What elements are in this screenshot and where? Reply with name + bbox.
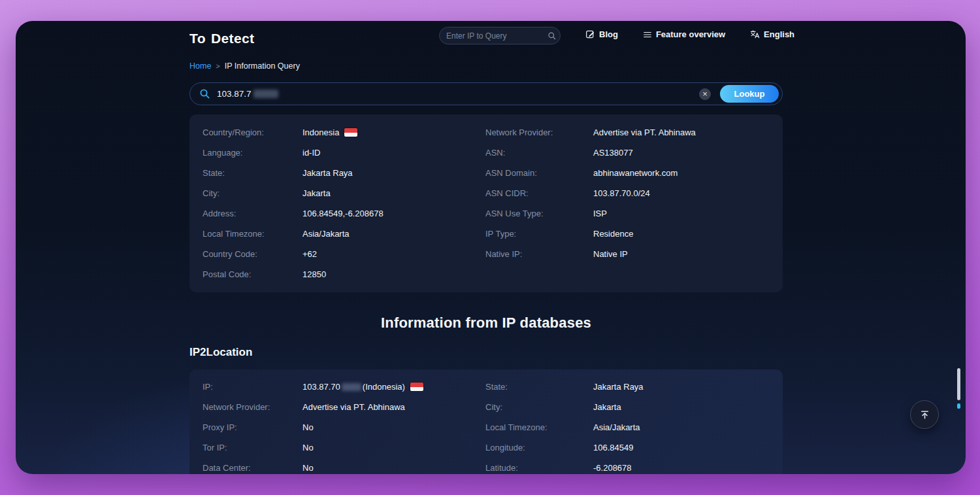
info-row: City: Jakarta (203, 188, 480, 209)
translate-icon (750, 29, 760, 39)
info-row: Native IP: Native IP (485, 249, 773, 269)
ip2location-left-column: IP: 103.87.70 (Indonesia) Network Provid… (203, 382, 480, 474)
scrollbar-thumb[interactable] (957, 368, 960, 400)
field-value: Jakarta (593, 402, 621, 412)
nav-item-feature-overview[interactable]: Feature overview (643, 29, 725, 39)
field-value: No (302, 463, 314, 473)
info-row: City: Jakarta (485, 402, 773, 422)
info-row: State: Jakarta Raya (485, 382, 773, 402)
field-label: City: (203, 188, 302, 198)
field-value: Jakarta Raya (302, 168, 353, 178)
breadcrumb-separator: > (216, 62, 220, 70)
summary-right-column: Network Provider: Advertise via PT. Abhi… (485, 128, 773, 269)
field-value: +62 (302, 249, 317, 259)
ip-redacted-blur (342, 383, 361, 391)
field-label: State: (485, 382, 593, 392)
database-name-heading: IP2Location (189, 346, 252, 359)
info-row: Country/Region: Indonesia (203, 128, 480, 148)
field-value: Jakarta Raya (593, 382, 644, 392)
logo-to: To (189, 31, 206, 46)
nav-feature-label: Feature overview (656, 29, 725, 39)
info-row: Proxy IP: No (203, 422, 480, 443)
indonesia-flag (410, 383, 423, 391)
field-label: ASN CIDR: (485, 188, 593, 198)
info-row: Language: id-ID (203, 148, 480, 168)
field-label: Tor IP: (203, 443, 302, 452)
search-icon (547, 31, 557, 41)
field-value: id-ID (302, 148, 320, 158)
info-row: IP: 103.87.70 (Indonesia) (203, 382, 480, 402)
field-value: Advertise via PT. Abhinawa (302, 402, 405, 412)
field-value: 103.87.70.0/24 (593, 188, 650, 198)
field-label: City: (485, 402, 593, 412)
query-redacted-blur (253, 90, 278, 98)
info-row: Data Center: No (203, 463, 480, 474)
field-label: IP Type: (485, 229, 593, 239)
info-row: Longitude: 106.84549 (485, 443, 773, 463)
summary-left-column: Country/Region: Indonesia Language: id-I… (203, 128, 480, 290)
field-label: IP: (203, 382, 302, 392)
ip-query-bar: 103.87.7 Lookup (189, 82, 783, 105)
info-row: Tor IP: No (203, 443, 480, 463)
info-row: IP Type: Residence (485, 229, 773, 249)
field-value: AS138077 (593, 148, 633, 158)
info-row: Network Provider: Advertise via PT. Abhi… (485, 128, 773, 148)
field-value: Advertise via PT. Abhinawa (593, 128, 696, 137)
field-label: Network Provider: (485, 128, 593, 137)
info-row: ASN CIDR: 103.87.70.0/24 (485, 188, 773, 209)
info-row: ASN Domain: abhinawanetwork.com (485, 168, 773, 188)
section-title: Information from IP databases (189, 315, 783, 332)
field-label: Country/Region: (203, 128, 302, 137)
hamburger-icon (643, 30, 652, 39)
back-to-top-button[interactable] (910, 400, 939, 429)
info-row: State: Jakarta Raya (203, 168, 480, 188)
logo-detect: Detect (211, 31, 255, 46)
ip-summary-card: Country/Region: Indonesia Language: id-I… (189, 114, 783, 292)
lookup-button[interactable]: Lookup (720, 85, 779, 103)
info-row: Local Timezone: Asia/Jakarta (485, 422, 773, 443)
info-row: ASN: AS138077 (485, 148, 773, 168)
nav-item-blog[interactable]: Blog (585, 29, 618, 39)
field-value: 12850 (302, 269, 326, 279)
field-label: Postal Code: (203, 269, 302, 279)
field-label: Local Timezone: (203, 229, 302, 239)
info-row: ASN Use Type: ISP (485, 209, 773, 229)
field-label: ASN Domain: (485, 168, 593, 178)
field-value: Jakarta (302, 188, 331, 198)
field-value: Residence (593, 229, 633, 239)
info-row: Latitude: -6.208678 (485, 463, 773, 474)
blog-icon (585, 29, 595, 39)
field-label: Latitude: (485, 463, 593, 473)
field-label: Native IP: (485, 249, 593, 259)
field-label: State: (203, 168, 302, 178)
clear-input-icon[interactable] (699, 88, 711, 100)
header-ip-search[interactable] (439, 27, 561, 44)
site-logo[interactable]: ToDetect (189, 31, 255, 46)
field-value: 106.84549,-6.208678 (302, 209, 384, 218)
breadcrumb: Home > IP Information Query (189, 61, 300, 71)
field-value: No (302, 422, 314, 432)
field-label: Network Provider: (203, 402, 302, 412)
ip-query-input[interactable]: 103.87.7 (217, 89, 699, 99)
field-value: Asia/Jakarta (593, 422, 640, 432)
field-value: Asia/Jakarta (302, 229, 350, 239)
info-row: Address: 106.84549,-6.208678 (203, 209, 480, 229)
field-label: Local Timezone: (485, 422, 593, 432)
field-value: 106.84549 (593, 443, 633, 452)
nav-item-language[interactable]: English (750, 29, 794, 39)
info-row: Local Timezone: Asia/Jakarta (203, 229, 480, 249)
info-row: Network Provider: Advertise via PT. Abhi… (203, 402, 480, 422)
field-label: Country Code: (203, 249, 302, 259)
query-value: 103.87.7 (217, 89, 252, 99)
breadcrumb-home-link[interactable]: Home (189, 61, 211, 71)
field-value: abhinawanetwork.com (593, 168, 678, 178)
header-search-input[interactable] (446, 31, 547, 41)
app-window: ToDetect Blog Feature ov (16, 21, 966, 474)
field-label: Proxy IP: (203, 422, 302, 432)
field-label: Address: (203, 209, 302, 218)
info-row: Postal Code: 12850 (203, 269, 480, 290)
field-label: ASN Use Type: (485, 209, 593, 218)
field-label: ASN: (485, 148, 593, 158)
top-navigation: Blog Feature overview English (585, 29, 794, 39)
field-value: Native IP (593, 249, 628, 259)
